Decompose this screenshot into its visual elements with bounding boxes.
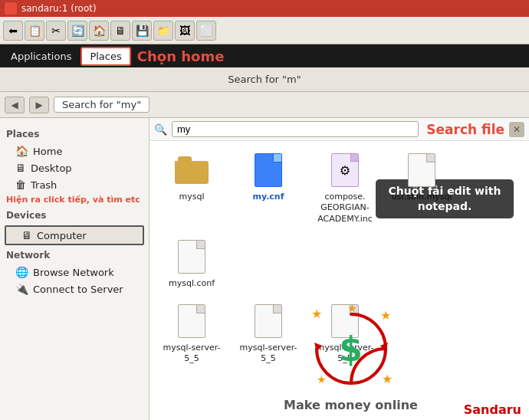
svg-text:★: ★ [317,373,327,386]
file-label: mysql-server-5_5 [237,343,300,365]
sidebar-item-browse-network[interactable]: 🌐 Browse Network [0,264,149,281]
doc-icon-server3 [327,303,363,340]
sidebar-computer-label: Computer [37,230,87,241]
toolbar-btn-computer[interactable]: 🖥 [110,21,130,41]
file-grid: mysql my.cnf ⚙ compose.GEORGIA [150,141,529,420]
menu-applications[interactable]: Applications [3,48,79,64]
file-item-mysql-conf[interactable]: mysql.conf [157,235,226,292]
search-top-label: Search for "m" [228,74,301,85]
desktop-icon: 🖥 [15,162,26,174]
file-item-mysql-folder[interactable]: mysql [157,149,226,228]
sidebar-connect-label: Connect to Server [33,284,123,295]
file-label: mysql-server-5_5 [314,343,376,365]
menubar: Applications Places Chọn home [0,44,529,67]
file-search-bar: 🔍 Search file ✕ [150,118,529,141]
navbar: ◀ ▶ Search for "my" [0,92,529,118]
sidebar-desktop-label: Desktop [31,162,72,174]
file-label: my.cnf [253,192,284,202]
title-text: sandaru:1 (root) [21,3,97,14]
file-item-compose[interactable]: ⚙ compose.GEORGIAN-ACADEMY.inc [310,149,380,228]
sidebar-section-network: Network [0,248,149,264]
sandaru-label: Sandaru [464,402,521,417]
toolbar-btn-back[interactable]: ⬅ [3,21,23,41]
computer-icon: 🖥 [21,229,32,241]
annotation-bubble: Chuột fải edit with notepad. [376,179,514,218]
sidebar-trash-label: Trash [31,179,57,191]
toolbar-btn-view[interactable]: ⬜ [196,21,216,41]
toolbar-btn-image[interactable]: 🖼 [175,21,195,41]
sidebar: Places 🏠 Home 🖥 Desktop 🗑 Trash Hiện ra … [0,118,150,420]
file-label: compose.GEORGIAN-ACADEMY.inc [317,192,373,225]
server-icon: 🔌 [15,283,28,295]
sidebar-item-computer[interactable]: 🖥 Computer [5,225,144,245]
sidebar-section-places: Places [0,127,149,143]
svg-text:★: ★ [382,372,393,386]
searchbar-top: Search for "m" [0,67,529,92]
sidebar-item-trash[interactable]: 🗑 Trash [0,176,149,193]
doc-icon-server1 [173,303,210,340]
menu-annotation: Chọn home [137,48,225,64]
sidebar-item-home[interactable]: 🏠 Home [0,143,149,159]
toolbar-btn-copy[interactable]: 📋 [25,21,44,41]
search-file-annotation: Search file [426,122,504,137]
file-area: 🔍 Search file ✕ mysql m [150,118,529,420]
sidebar-annotation: Hiện ra click tiếp, và tìm etc [0,193,149,205]
titlebar: sandaru:1 (root) [0,0,529,17]
sidebar-home-label: Home [33,146,62,157]
doc-icon-server2 [250,303,287,340]
nav-search-label: Search for "my" [54,97,150,113]
network-icon: 🌐 [15,266,28,278]
file-item-mycnf[interactable]: my.cnf [234,149,303,228]
sidebar-item-connect-server[interactable]: 🔌 Connect to Server [0,281,149,297]
toolbar: ⬅ 📋 ✂ 🔄 🏠 🖥 💾 📁 🖼 ⬜ [0,17,529,44]
sidebar-item-desktop[interactable]: 🖥 Desktop [0,159,149,176]
app-icon [5,2,17,15]
file-item-mysql-server-2[interactable]: mysql-server-5_5 [234,300,303,368]
menu-places[interactable]: Places [80,47,130,66]
file-label: mysql [179,192,205,202]
clear-search-button[interactable]: ✕ [509,122,524,137]
search-icon: 🔍 [154,123,167,136]
make-money-text: Make money online [284,398,418,412]
main-area: Places 🏠 Home 🖥 Desktop 🗑 Trash Hiện ra … [0,118,529,420]
home-icon: 🏠 [15,145,28,157]
toolbar-btn-home[interactable]: 🏠 [89,21,109,41]
toolbar-btn-cut[interactable]: ✂ [46,21,66,41]
sidebar-browse-label: Browse Network [33,267,114,278]
config-doc-icon: ⚙ [327,152,363,189]
doc-icon-usr [403,152,440,189]
toolbar-btn-folder[interactable]: 📁 [153,21,173,41]
file-item-mysql-server-1[interactable]: mysql-server-5_5 [157,300,226,368]
file-label: mysql.conf [169,278,215,289]
toolbar-btn-save[interactable]: 💾 [132,21,152,41]
sidebar-section-devices: Devices [0,208,149,224]
blue-doc-icon [250,152,287,189]
file-search-input[interactable] [172,121,419,137]
file-item-mysql-server-3[interactable]: mysql-server-5_5 [310,300,380,368]
folder-icon [173,152,210,189]
nav-back-button[interactable]: ◀ [5,97,25,113]
toolbar-btn-refresh[interactable]: 🔄 [67,21,87,41]
trash-icon: 🗑 [15,179,26,191]
nav-forward-button[interactable]: ▶ [29,97,49,113]
doc-icon-conf [173,238,210,275]
file-label: mysql-server-5_5 [160,343,223,365]
